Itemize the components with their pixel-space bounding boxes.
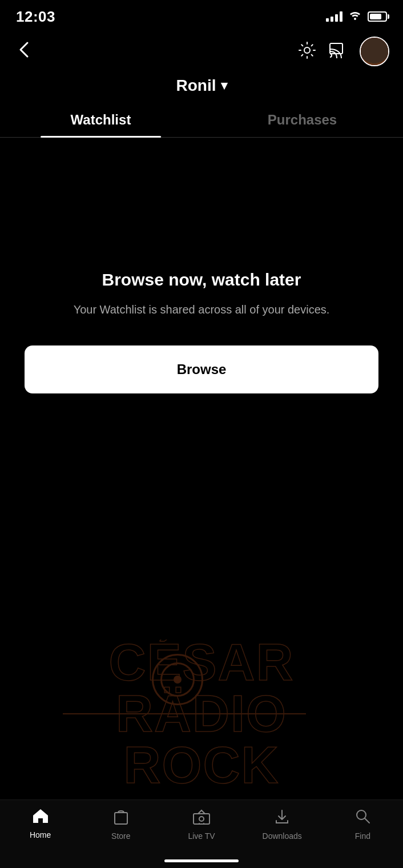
nav-label-find: Find (355, 831, 370, 841)
livetv-icon (192, 808, 211, 828)
home-indicator (164, 859, 239, 862)
svg-point-5 (199, 817, 204, 821)
cast-icon[interactable] (329, 42, 347, 61)
nav-item-downloads[interactable]: Downloads (242, 808, 323, 841)
svg-rect-4 (194, 814, 209, 824)
status-icons (326, 9, 387, 24)
signal-icon (326, 11, 342, 22)
tab-watchlist[interactable]: Watchlist (0, 104, 202, 137)
svg-point-1 (304, 47, 310, 53)
status-bar: 12:03 (0, 0, 403, 31)
nav-item-store[interactable]: Store (80, 808, 161, 841)
browse-button[interactable]: Browse (25, 345, 378, 393)
battery-icon (368, 11, 387, 22)
user-avatar[interactable] (360, 37, 389, 66)
empty-state-description: Your Watchlist is shared across all of y… (74, 301, 330, 318)
dropdown-chevron: ▾ (221, 78, 227, 93)
nav-label-home: Home (30, 830, 51, 839)
user-name-label: Ronil (176, 77, 216, 95)
status-time: 12:03 (16, 8, 55, 26)
svg-point-0 (354, 18, 356, 20)
main-content: Browse now, watch later Your Watchlist i… (0, 138, 403, 526)
nav-item-find[interactable]: Find (323, 808, 403, 841)
bottom-nav: Home Store Live TV Down (0, 799, 403, 868)
nav-label-downloads: Downloads (263, 831, 302, 841)
find-icon (354, 808, 370, 828)
svg-rect-2 (330, 43, 342, 54)
tabs-container: Watchlist Purchases (0, 104, 403, 138)
downloads-icon (274, 808, 290, 828)
home-icon (32, 808, 49, 827)
nav-label-livetv: Live TV (188, 831, 215, 841)
watermark-area: CésarRäDioROCK (0, 640, 403, 788)
empty-state-title: Browse now, watch later (102, 270, 301, 290)
tab-purchases[interactable]: Purchases (202, 104, 403, 137)
header (0, 31, 403, 72)
user-section[interactable]: Ronil ▾ (0, 72, 403, 104)
store-icon (113, 808, 129, 828)
svg-rect-3 (115, 813, 127, 824)
nav-item-livetv[interactable]: Live TV (161, 808, 241, 841)
wifi-icon (348, 9, 362, 24)
settings-icon[interactable] (298, 41, 316, 62)
nav-label-store: Store (111, 831, 130, 841)
watermark-circle (152, 654, 203, 705)
back-button[interactable] (14, 38, 34, 65)
nav-item-home[interactable]: Home (0, 808, 80, 839)
